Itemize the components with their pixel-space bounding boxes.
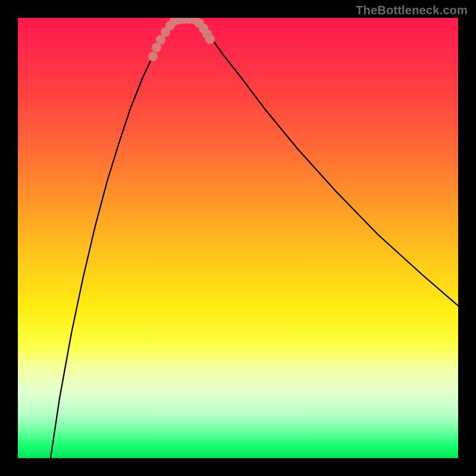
chart-frame: TheBottleneck.com [0, 0, 476, 476]
threshold-marker [148, 52, 158, 61]
chart-svg [18, 18, 458, 458]
bottleneck-curve [51, 18, 458, 458]
threshold-marker [205, 35, 215, 44]
threshold-markers [148, 18, 215, 61]
plot-area [18, 18, 458, 458]
brand-watermark: TheBottleneck.com [356, 4, 468, 17]
